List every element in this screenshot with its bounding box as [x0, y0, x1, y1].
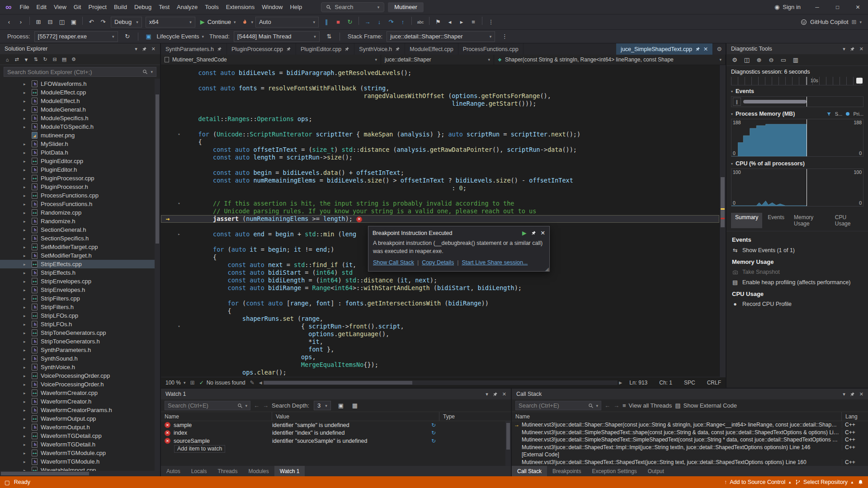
- menu-git[interactable]: Git: [70, 2, 85, 12]
- menu-edit[interactable]: Edit: [33, 2, 50, 12]
- properties-icon[interactable]: ⚙: [69, 55, 78, 64]
- expand-chevron-icon[interactable]: ▸: [24, 348, 31, 352]
- glyph-margin[interactable]: [161, 108, 175, 115]
- fold-margin[interactable]: [175, 146, 184, 154]
- tree-item[interactable]: ▸ PluginProcessor.h: [0, 183, 155, 191]
- overflow-icon[interactable]: ⋮: [486, 17, 496, 28]
- add-to-source-control-button[interactable]: ↑ Add to Source Control ▲: [724, 479, 792, 485]
- search-depth-dropdown[interactable]: 3▾: [314, 401, 331, 410]
- glyph-margin[interactable]: →: [161, 215, 175, 223]
- zoom-in-icon[interactable]: ⊕: [754, 55, 764, 66]
- glyph-margin[interactable]: [161, 353, 175, 361]
- panel-tab-locals[interactable]: Locals: [186, 466, 212, 476]
- process-dropdown[interactable]: [55772] reaper.exe▾: [34, 31, 118, 42]
- lifecycle-events-button[interactable]: Lifecycle Events: [157, 33, 199, 40]
- bookmark-list-icon[interactable]: ≡: [468, 17, 479, 28]
- expand-chevron-icon[interactable]: ▸: [24, 211, 31, 215]
- glyph-margin[interactable]: [161, 100, 175, 108]
- expand-chevron-icon[interactable]: ▸: [24, 168, 31, 172]
- expand-chevron-icon[interactable]: ▸: [24, 425, 31, 430]
- fold-margin[interactable]: [175, 338, 184, 346]
- expand-chevron-icon[interactable]: ▸: [24, 262, 31, 267]
- fold-margin[interactable]: [175, 253, 184, 261]
- previous-result-icon[interactable]: ←: [254, 402, 259, 409]
- glyph-margin[interactable]: [161, 330, 175, 338]
- expand-chevron-icon[interactable]: ▸: [24, 391, 31, 395]
- continue-button[interactable]: ▶ Continue ▾: [198, 19, 239, 25]
- expand-chevron-icon[interactable]: ▸: [24, 142, 31, 146]
- glyph-margin[interactable]: [161, 323, 175, 330]
- save-all-icon[interactable]: ▣: [68, 17, 79, 28]
- heap-profiling-link[interactable]: ▤ Enable heap profiling (affects perform…: [732, 279, 863, 286]
- expand-chevron-icon[interactable]: ▸: [24, 150, 31, 155]
- tree-item[interactable]: ▸ ModuleGeneral.h: [0, 105, 155, 114]
- tree-item[interactable]: ▸ StripEffects.cpp: [0, 260, 155, 268]
- hot-reload-mode-dropdown[interactable]: Auto▾: [255, 17, 319, 28]
- tree-item[interactable]: ▸ ModuleEffect.cpp: [0, 88, 155, 97]
- code-line[interactable]: [161, 161, 719, 169]
- line-indicator[interactable]: Ln: 913: [629, 380, 647, 386]
- close-button[interactable]: ✕: [848, 0, 868, 14]
- code-line[interactable]: rangedValuesWithOffset (options.getFonts…: [161, 92, 719, 100]
- editor-tab-active[interactable]: juce_SimpleShapedText.cpp ✕: [616, 43, 713, 55]
- expand-chevron-icon[interactable]: ▸: [24, 417, 31, 421]
- glyph-margin[interactable]: [161, 69, 175, 77]
- fold-margin[interactable]: [175, 154, 184, 161]
- tree-item[interactable]: ▸ SynthVoice.h: [0, 363, 155, 371]
- editor-tab[interactable]: SynthParameters.h: [161, 43, 227, 55]
- navigate-forward-icon[interactable]: ›: [15, 17, 26, 28]
- pin-icon[interactable]: [531, 230, 536, 235]
- expand-chevron-icon[interactable]: ▸: [24, 322, 31, 327]
- fold-margin[interactable]: [175, 353, 184, 361]
- background-tasks-icon[interactable]: ▢: [5, 479, 10, 486]
- glyph-margin[interactable]: [161, 238, 175, 246]
- code-line[interactable]: ▾ { scriptRun->front().script,: [161, 323, 719, 330]
- code-line[interactable]: MergeEqualItemsNo{});: [161, 361, 719, 369]
- glyph-margin[interactable]: [161, 207, 175, 215]
- fold-margin[interactable]: ▾: [175, 131, 184, 138]
- refresh-value-icon[interactable]: ↻: [431, 430, 436, 436]
- close-tab-icon[interactable]: ✕: [703, 46, 708, 52]
- next-result-icon[interactable]: →: [263, 402, 269, 409]
- show-events-link[interactable]: ⇆ Show Events (1 of 1): [732, 247, 863, 253]
- tree-item[interactable]: ▸ ProcessFunctions.h: [0, 200, 155, 208]
- code-line[interactable]: options.getLanguage(),: [161, 330, 719, 338]
- tree-item[interactable]: ▸ StripEnvelopes.cpp: [0, 277, 155, 286]
- fold-margin[interactable]: [175, 269, 184, 277]
- tree-item[interactable]: ▸ LFOWaveforms.h: [0, 80, 155, 88]
- tree-item[interactable]: ▸ WaveformTGModule.cpp: [0, 449, 155, 457]
- tree-item[interactable]: mutineer.png: [0, 131, 155, 140]
- close-icon[interactable]: ✕: [151, 46, 156, 52]
- step-over-icon[interactable]: ↷: [386, 17, 396, 28]
- panel-tab-exception-settings[interactable]: Exception Settings: [586, 466, 642, 476]
- glyph-margin[interactable]: [161, 138, 175, 146]
- show-external-code-button[interactable]: ▤ Show External Code: [675, 402, 737, 409]
- events-section-header[interactable]: ▾ Events: [726, 85, 868, 95]
- expand-chevron-icon[interactable]: ▸: [24, 374, 31, 378]
- expand-chevron-icon[interactable]: ▸: [24, 99, 31, 103]
- cpu-section-header[interactable]: ▾ CPU (% of all processors): [726, 158, 868, 168]
- tree-item[interactable]: ▸ ProcessFunctions.cpp: [0, 191, 155, 200]
- glyph-margin[interactable]: [161, 292, 175, 300]
- tree-item[interactable]: ▸ MySlider.h: [0, 140, 155, 148]
- menu-file[interactable]: File: [16, 2, 33, 12]
- tree-item[interactable]: ▸ StripToneGenerators.cpp: [0, 328, 155, 337]
- expand-chevron-icon[interactable]: ▸: [24, 253, 31, 258]
- fold-margin[interactable]: ▸: [175, 230, 184, 238]
- pin-icon[interactable]: [142, 47, 147, 52]
- glyph-margin[interactable]: [161, 369, 175, 376]
- tree-item[interactable]: ▸ VoiceProcessingOrder.h: [0, 380, 155, 389]
- expand-chevron-icon[interactable]: ▸: [24, 314, 31, 318]
- diagnostics-tab-memory-usage[interactable]: Memory Usage: [790, 213, 830, 228]
- solution-explorer-title-bar[interactable]: Solution Explorer ▾ ✕: [0, 43, 160, 54]
- step-out-icon[interactable]: ↑: [397, 17, 408, 28]
- panel-tab-output[interactable]: Output: [642, 466, 670, 476]
- menu-project[interactable]: Project: [85, 2, 110, 12]
- code-line[interactable]: detail::Ranges::Operations ops;: [161, 115, 719, 123]
- watch-search-box[interactable]: Search (Ctrl+E) ▾: [165, 401, 250, 410]
- home-icon[interactable]: ⌂: [3, 55, 12, 64]
- diagnostic-tools-title-bar[interactable]: Diagnostic Tools ▾ ✕: [726, 43, 868, 54]
- fold-margin[interactable]: [175, 284, 184, 292]
- pin-icon[interactable]: [695, 47, 700, 52]
- window-position-icon[interactable]: ▾: [486, 391, 488, 397]
